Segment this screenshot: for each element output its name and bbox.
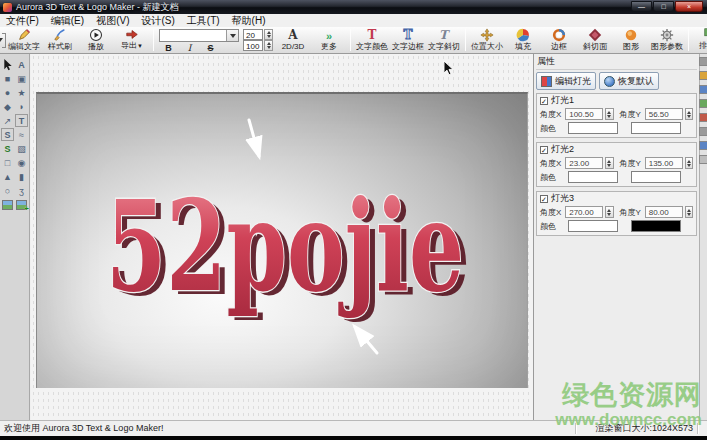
- light3-color-well-2[interactable]: [631, 220, 681, 232]
- style-brush-button[interactable]: 样式刷: [42, 28, 78, 52]
- menu-edit[interactable]: 编辑(E): [45, 14, 90, 27]
- image-add-tool[interactable]: [15, 198, 28, 211]
- rect-tool[interactable]: ■: [1, 72, 14, 85]
- light1-angle-y-spinner[interactable]: [685, 108, 693, 120]
- quarter-shape-tool[interactable]: ◗: [15, 100, 28, 113]
- play-icon: [89, 28, 103, 42]
- depth-input[interactable]: 100: [243, 40, 263, 51]
- export-button[interactable]: 导出▼: [114, 28, 150, 52]
- style-combo[interactable]: [2, 33, 6, 48]
- image-icon: [2, 200, 13, 210]
- dock-icon[interactable]: [699, 99, 707, 108]
- fill-button[interactable]: 填充: [505, 28, 541, 52]
- combo-arrow-icon[interactable]: [226, 30, 238, 41]
- font-size-spinner[interactable]: [264, 29, 273, 40]
- workspace[interactable]: 52pojie 52pojie: [31, 54, 533, 421]
- text-color-icon: T: [368, 28, 377, 42]
- arrow-shape-tool[interactable]: ↗: [1, 114, 14, 127]
- border-button[interactable]: 边框: [541, 28, 577, 52]
- combo-arrow-icon[interactable]: [0, 34, 5, 47]
- arrange-button[interactable]: 排列▼: [692, 28, 707, 52]
- light1-angle-y-input[interactable]: 56.50: [645, 108, 683, 120]
- more-button[interactable]: » 更多: [311, 28, 347, 52]
- restore-default-button[interactable]: 恢复默认: [599, 72, 659, 90]
- render-scene: 52pojie 52pojie: [37, 94, 528, 388]
- font-size-input[interactable]: 20: [243, 29, 263, 40]
- shape-button[interactable]: 图形: [613, 28, 649, 52]
- light3-color-well-1[interactable]: [568, 220, 618, 232]
- dock-icon[interactable]: [699, 71, 707, 80]
- light3-angle-x-input[interactable]: 270.00: [565, 206, 603, 218]
- light2-angle-y-input[interactable]: 135.00: [645, 157, 683, 169]
- bevel-face-button[interactable]: 斜切面: [577, 28, 613, 52]
- polygon-tool[interactable]: ◆: [1, 100, 14, 113]
- title-bar: Aurora 3D Text & Logo Maker - 新建文档 — □ ×: [0, 0, 707, 14]
- ellipse-tool[interactable]: ●: [1, 86, 14, 99]
- text-bevel-button[interactable]: T 文字斜切: [426, 28, 462, 52]
- light2-angle-x-spinner[interactable]: [605, 157, 613, 169]
- close-button[interactable]: ×: [675, 1, 703, 12]
- edit-lights-button[interactable]: 编辑灯光: [536, 72, 596, 90]
- play-button[interactable]: 播放: [78, 28, 114, 52]
- star-tool[interactable]: ★: [15, 86, 28, 99]
- sphere-tool[interactable]: ◉: [15, 156, 28, 169]
- light1-color-well-1[interactable]: [568, 122, 618, 134]
- cursor-icon: [3, 59, 13, 71]
- light2-color-well-1[interactable]: [568, 171, 618, 183]
- torus-tool[interactable]: ○: [1, 184, 14, 197]
- logo-text[interactable]: 52pojie: [106, 173, 464, 319]
- font-combo[interactable]: [159, 29, 239, 42]
- light3-checkbox[interactable]: ✓: [540, 195, 548, 203]
- export-arrow-icon: [125, 27, 139, 41]
- menu-help[interactable]: 帮助(H): [226, 14, 272, 27]
- curve-tool[interactable]: ≈: [15, 128, 28, 141]
- light1-checkbox[interactable]: ✓: [540, 97, 548, 105]
- text-color-button[interactable]: T 文字颜色: [354, 28, 390, 52]
- render-viewport[interactable]: 52pojie 52pojie: [36, 92, 528, 388]
- menu-file[interactable]: 文件(F): [0, 14, 45, 27]
- light1-color-well-2[interactable]: [631, 122, 681, 134]
- menu-design[interactable]: 设计(S): [135, 14, 180, 27]
- text-border-button[interactable]: T 文字边框: [390, 28, 426, 52]
- textbox-tool[interactable]: T: [15, 114, 28, 127]
- light1-angle-x-spinner[interactable]: [605, 108, 613, 120]
- light2-angle-x-input[interactable]: 23.00: [565, 157, 603, 169]
- dock-icon[interactable]: [699, 113, 707, 122]
- light2-color-well-2[interactable]: [631, 171, 681, 183]
- cylinder-tool[interactable]: ▮: [15, 170, 28, 183]
- roundcube-tool[interactable]: □: [1, 156, 14, 169]
- image-tool[interactable]: [1, 198, 14, 211]
- color-wheel-icon: [516, 28, 530, 42]
- light2-angle-y-spinner[interactable]: [685, 157, 693, 169]
- light2-checkbox[interactable]: ✓: [540, 146, 548, 154]
- spline-text-tool[interactable]: S: [1, 128, 14, 141]
- edit-text-button[interactable]: 编辑文字: [6, 28, 42, 52]
- maximize-button[interactable]: □: [653, 1, 674, 12]
- menu-tools[interactable]: 工具(T): [181, 14, 226, 27]
- light1-angle-x-input[interactable]: 100.50: [565, 108, 603, 120]
- position-size-button[interactable]: 位置大小: [469, 28, 505, 52]
- mode-2d3d-button[interactable]: A 2D/3D: [275, 28, 311, 52]
- select-tool[interactable]: [1, 58, 14, 71]
- cone-tool[interactable]: ▲: [1, 170, 14, 183]
- menu-view[interactable]: 视图(V): [90, 14, 135, 27]
- cube-tool[interactable]: ▧: [15, 142, 28, 155]
- restore-icon: [604, 76, 615, 87]
- light3-angle-y-input[interactable]: 80.00: [645, 206, 683, 218]
- light3-angle-y-spinner[interactable]: [685, 206, 693, 218]
- text-tool[interactable]: A: [15, 58, 28, 71]
- knot-tool[interactable]: ʒ: [15, 184, 28, 197]
- toolbar-separator: [688, 29, 689, 51]
- roundrect-tool[interactable]: ▣: [15, 72, 28, 85]
- depth-spinner[interactable]: [264, 40, 273, 51]
- dock-icon[interactable]: [699, 85, 707, 94]
- spline-add-tool[interactable]: S: [1, 142, 14, 155]
- dock-icon[interactable]: [699, 141, 707, 150]
- dock-icon[interactable]: [699, 127, 707, 136]
- dock-icon[interactable]: [699, 57, 707, 66]
- light3-angle-x-spinner[interactable]: [605, 206, 613, 218]
- dock-icon[interactable]: [699, 155, 707, 164]
- shape-param-button[interactable]: 图形参数: [649, 28, 685, 52]
- minimize-button[interactable]: —: [631, 1, 652, 12]
- main-toolbar: 编辑文字 样式刷 播放 导出▼ B I S 20: [0, 27, 707, 54]
